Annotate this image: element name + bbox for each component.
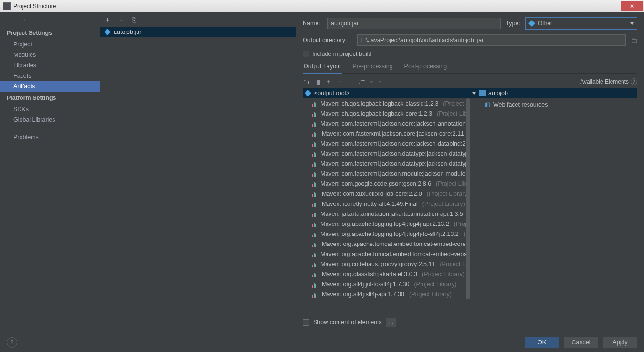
window-title: Project Structure bbox=[13, 3, 621, 10]
window-close-button[interactable]: ✕ bbox=[621, 1, 643, 11]
output-directory-input[interactable] bbox=[357, 34, 626, 46]
new-archive-icon[interactable]: ▥ bbox=[314, 78, 320, 85]
library-icon bbox=[312, 281, 319, 288]
output-library-item[interactable]: Maven: ch.qos.logback:logback-classic:1.… bbox=[303, 98, 470, 108]
show-content-checkbox[interactable] bbox=[303, 319, 309, 326]
library-icon bbox=[312, 271, 319, 277]
sidebar-item-modules[interactable]: Modules bbox=[0, 50, 100, 60]
artifact-type-select[interactable]: Other bbox=[525, 17, 637, 30]
include-build-label: Include in project build bbox=[312, 51, 371, 57]
library-icon bbox=[312, 201, 319, 207]
tab-pre-processing[interactable]: Pre-processing bbox=[352, 61, 394, 73]
copy-artifact-icon[interactable]: ⎘ bbox=[132, 16, 136, 24]
sidebar-item-libraries[interactable]: Libraries bbox=[0, 60, 100, 71]
type-label: Type: bbox=[506, 20, 520, 27]
add-artifact-icon[interactable]: ＋ bbox=[104, 15, 111, 24]
library-icon bbox=[312, 110, 317, 117]
library-icon bbox=[312, 100, 317, 107]
tab-post-processing[interactable]: Post-processing bbox=[403, 61, 448, 73]
output-library-item[interactable]: Maven: com.fasterxml.jackson.core:jackso… bbox=[303, 118, 470, 128]
collapse-icon[interactable] bbox=[378, 81, 382, 83]
artifacts-list-panel: ＋ － ⎘ autojob:jar bbox=[100, 12, 296, 332]
output-library-item[interactable]: Maven: ch.qos.logback:logback-core:1.2.3… bbox=[303, 108, 470, 118]
expand-icon[interactable] bbox=[370, 81, 373, 83]
output-library-item[interactable]: Maven: com.fasterxml.jackson.datatype:ja… bbox=[303, 159, 470, 169]
artifact-name-input[interactable] bbox=[327, 18, 501, 29]
available-element-item[interactable]: ◧Web facet resources bbox=[470, 99, 637, 109]
library-icon bbox=[312, 241, 319, 247]
available-elements-label: Available Elements ? bbox=[580, 78, 637, 85]
sidebar-section-project: Project Settings bbox=[0, 27, 100, 39]
sidebar-item-facets[interactable]: Facets bbox=[0, 71, 100, 81]
artifact-list-item[interactable]: autojob:jar bbox=[100, 27, 296, 37]
output-library-item[interactable]: Maven: org.apache.logging.log4j:log4j-to… bbox=[303, 229, 470, 239]
remove-icon[interactable]: － bbox=[337, 77, 343, 86]
output-layout-tree[interactable]: Maven: ch.qos.logback:logback-classic:1.… bbox=[303, 98, 470, 314]
sidebar-item-sdks[interactable]: SDKs bbox=[0, 104, 100, 115]
output-library-item[interactable]: Maven: org.glassfish:jakarta.el:3.0.3(Pr… bbox=[303, 269, 470, 279]
output-library-item[interactable]: Maven: jakarta.annotation:jakarta.annota… bbox=[303, 209, 470, 219]
module-icon bbox=[479, 90, 486, 96]
output-library-item[interactable]: Maven: com.xuxueli:xxl-job-core:2.2.0(Pr… bbox=[303, 189, 470, 199]
add-copy-icon[interactable]: ＋ bbox=[325, 77, 332, 86]
output-library-item[interactable]: Maven: com.google.code.gson:gson:2.8.6(P… bbox=[303, 179, 470, 189]
sidebar-section-platform: Platform Settings bbox=[0, 92, 100, 104]
output-library-item[interactable]: Maven: org.apache.tomcat.embed:tomcat-em… bbox=[303, 239, 470, 249]
output-library-item[interactable]: Maven: com.fasterxml.jackson.core:jackso… bbox=[303, 128, 470, 139]
artifact-type-icon bbox=[528, 20, 535, 27]
sidebar-item-project[interactable]: Project bbox=[0, 39, 100, 50]
outdir-label: Output directory: bbox=[303, 37, 352, 43]
output-root-row[interactable]: <output root> bbox=[303, 88, 470, 98]
library-icon bbox=[312, 150, 317, 157]
artifact-type-value: Other bbox=[538, 20, 552, 27]
cancel-button[interactable]: Cancel bbox=[564, 337, 598, 348]
include-build-checkbox[interactable] bbox=[303, 51, 309, 57]
dialog-button-bar: ? OK Cancel Apply bbox=[0, 332, 644, 352]
output-library-item[interactable]: Maven: io.netty:netty-all:4.1.49.Final(P… bbox=[303, 199, 470, 209]
artifact-detail-panel: Name: Type: Other Output directory: 🗀 In… bbox=[296, 12, 644, 332]
nav-back-icon[interactable]: ← bbox=[7, 16, 13, 23]
sidebar-item-problems[interactable]: Problems bbox=[0, 132, 100, 142]
output-layout-toolbar: 🗀 ▥ ＋ － ↓≡ bbox=[303, 77, 382, 86]
apply-button[interactable]: Apply bbox=[603, 337, 637, 348]
tab-output-layout[interactable]: Output Layout bbox=[303, 61, 342, 74]
new-folder-icon[interactable]: 🗀 bbox=[303, 78, 309, 85]
library-icon bbox=[312, 221, 317, 227]
output-library-item[interactable]: Maven: com.fasterxml.jackson.module:jack… bbox=[303, 169, 470, 179]
output-library-item[interactable]: Maven: com.fasterxml.jackson.core:jackso… bbox=[303, 139, 470, 149]
help-icon[interactable]: ? bbox=[631, 78, 637, 85]
nav-forward-icon[interactable]: → bbox=[20, 16, 27, 23]
nav-history: ← → bbox=[0, 12, 100, 27]
output-library-item[interactable]: Maven: org.slf4j:slf4j-api:1.7.30(Projec… bbox=[303, 289, 470, 299]
help-button[interactable]: ? bbox=[7, 337, 17, 348]
artifacts-toolbar: ＋ － ⎘ bbox=[100, 12, 296, 27]
show-content-label: Show content of elements bbox=[313, 319, 382, 326]
sidebar-item-global-libraries[interactable]: Global Libraries bbox=[0, 115, 100, 125]
titlebar: Project Structure ✕ bbox=[0, 0, 644, 12]
library-icon bbox=[312, 211, 317, 217]
output-library-item[interactable]: Maven: org.slf4j:jul-to-slf4j:1.7.30(Pro… bbox=[303, 279, 470, 289]
library-icon bbox=[312, 160, 317, 167]
expand-toggle-icon[interactable] bbox=[472, 92, 476, 95]
remove-artifact-icon[interactable]: － bbox=[118, 15, 125, 24]
output-library-item[interactable]: Maven: org.apache.logging.log4j:log4j-ap… bbox=[303, 219, 470, 229]
show-content-options-button[interactable]: … bbox=[386, 318, 396, 327]
available-root-row[interactable]: autojob bbox=[470, 88, 637, 98]
browse-folder-icon[interactable]: 🗀 bbox=[631, 36, 637, 44]
library-icon bbox=[312, 140, 317, 147]
sidebar-item-artifacts[interactable]: Artifacts bbox=[0, 81, 100, 92]
output-library-item[interactable]: Maven: org.codehaus.groovy:groovy:2.5.11… bbox=[303, 259, 470, 269]
library-icon bbox=[312, 261, 317, 267]
scrollbar-thumb[interactable] bbox=[466, 98, 470, 299]
output-root-icon bbox=[305, 90, 311, 96]
library-icon bbox=[312, 171, 317, 177]
available-elements-tree[interactable]: ◧Web facet resources bbox=[470, 98, 637, 109]
output-library-item[interactable]: Maven: org.apache.tomcat.embed:tomcat-em… bbox=[303, 249, 470, 259]
web-facet-icon: ◧ bbox=[485, 101, 490, 108]
library-icon bbox=[312, 130, 319, 137]
output-library-item[interactable]: Maven: com.fasterxml.jackson.datatype:ja… bbox=[303, 149, 470, 159]
ok-button[interactable]: OK bbox=[525, 337, 559, 348]
library-icon bbox=[312, 120, 317, 127]
sort-icon[interactable]: ↓≡ bbox=[358, 78, 365, 85]
library-icon bbox=[312, 191, 319, 197]
